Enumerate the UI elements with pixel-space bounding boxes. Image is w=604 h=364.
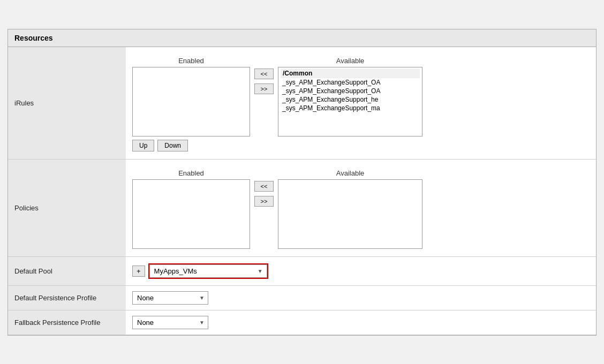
irules-content-cell: Enabled << >> Available [126, 47, 596, 160]
policies-content-cell: Enabled << >> Available [126, 159, 596, 256]
irules-up-button[interactable]: Up [132, 140, 154, 151]
irules-enabled-label: Enabled [178, 57, 204, 65]
irules-updown-buttons: Up Down [132, 140, 590, 151]
policies-enabled-content [133, 180, 250, 182]
fallback-persistence-label: Fallback Persistence Profile [8, 310, 126, 335]
policies-available-label: Available [336, 169, 365, 177]
policies-move-left-button[interactable]: << [254, 181, 274, 192]
policies-enabled-list[interactable] [132, 179, 250, 249]
default-pool-label: Default Pool [8, 256, 126, 285]
list-item[interactable]: _sys_APM_ExchangeSupport_ma [281, 104, 420, 112]
policies-enabled-label: Enabled [178, 169, 204, 177]
default-pool-select-wrapper: MyApps_VMs None ▼ [148, 263, 268, 279]
irules-down-button[interactable]: Down [157, 140, 188, 151]
default-pool-content-cell: + MyApps_VMs None ▼ [126, 256, 596, 285]
policies-section: Enabled << >> Available [132, 165, 590, 251]
default-persistence-select-wrapper: None ▼ [132, 291, 208, 305]
list-item[interactable]: _sys_APM_ExchangeSupport_OA [281, 78, 420, 87]
list-item[interactable]: _sys_APM_ExchangeSupport_OA [281, 87, 420, 95]
panel-title: Resources [8, 29, 596, 47]
default-persistence-content-cell: None ▼ [126, 285, 596, 310]
policies-available-list[interactable] [278, 179, 422, 249]
irules-enabled-list[interactable] [132, 67, 250, 136]
irules-available-content: /Common _sys_APM_ExchangeSupport_OA _sys… [278, 67, 422, 113]
policies-available-content [278, 180, 422, 182]
irules-enabled-content [133, 67, 250, 70]
policies-lists-row: Enabled << >> Available [132, 169, 590, 249]
policies-move-right-button[interactable]: >> [254, 196, 274, 207]
policies-label: Policies [8, 159, 126, 256]
default-persistence-select[interactable]: None [133, 292, 208, 304]
fallback-persistence-select-wrapper: None ▼ [132, 316, 208, 329]
irules-label: iRules [8, 47, 126, 160]
policies-enabled-section: Enabled [132, 169, 250, 249]
fallback-persistence-select[interactable]: None [133, 316, 208, 329]
default-pool-plus-button[interactable]: + [132, 266, 145, 277]
irules-available-group: /Common [281, 69, 420, 78]
default-pool-controls: + MyApps_VMs None ▼ [132, 263, 590, 279]
list-item[interactable]: _sys_APM_ExchangeSupport_he [281, 95, 420, 104]
default-persistence-label: Default Persistence Profile [8, 285, 126, 310]
policies-available-section: Available [278, 169, 422, 249]
irules-move-right-button[interactable]: >> [254, 84, 274, 94]
irules-available-section: Available /Common _sys_APM_ExchangeSuppo… [278, 57, 422, 136]
resources-panel: Resources iRules Enabled [7, 29, 597, 336]
irules-move-left-button[interactable]: << [254, 69, 274, 79]
irules-enabled-section: Enabled [132, 57, 250, 136]
irules-available-label: Available [336, 57, 365, 65]
default-pool-select[interactable]: MyApps_VMs None [149, 264, 267, 278]
irules-lists-row: Enabled << >> Available [132, 57, 590, 136]
irules-available-list[interactable]: /Common _sys_APM_ExchangeSupport_OA _sys… [278, 67, 422, 136]
irules-transfer-buttons: << >> [250, 69, 278, 94]
fallback-persistence-content-cell: None ▼ [126, 310, 596, 335]
irules-section: Enabled << >> Available [132, 52, 590, 154]
policies-transfer-buttons: << >> [250, 181, 278, 207]
